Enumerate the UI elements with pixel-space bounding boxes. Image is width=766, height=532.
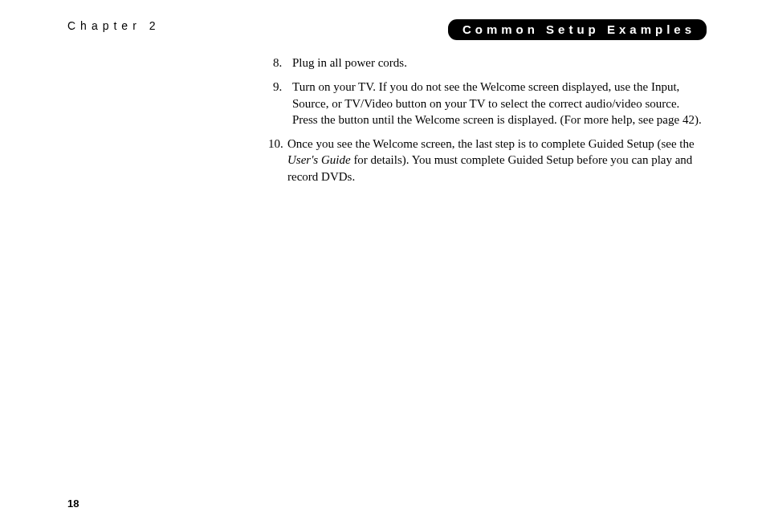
list-item: 9. Turn on your TV. If you do not see th… bbox=[273, 79, 703, 128]
list-number: 8. bbox=[273, 55, 292, 71]
list-text: Once you see the Welcome screen, the las… bbox=[287, 136, 703, 185]
list-item: 8. Plug in all power cords. bbox=[273, 55, 703, 71]
list-number: 10. bbox=[268, 136, 287, 185]
list-text: Turn on your TV. If you do not see the W… bbox=[292, 79, 703, 128]
chapter-label: Chapter 2 bbox=[67, 19, 160, 32]
list-text-pre: Once you see the Welcome screen, the las… bbox=[287, 137, 695, 150]
list-text: Plug in all power cords. bbox=[292, 55, 703, 71]
list-text-italic: User's Guide bbox=[287, 153, 351, 166]
page-header: Chapter 2 Common Setup Examples bbox=[0, 0, 766, 40]
list-number: 9. bbox=[273, 79, 292, 128]
page-number: 18 bbox=[67, 497, 79, 510]
section-title-pill: Common Setup Examples bbox=[448, 19, 707, 40]
list-item: 10. Once you see the Welcome screen, the… bbox=[273, 136, 703, 185]
instruction-list: 8. Plug in all power cords. 9. Turn on y… bbox=[273, 55, 703, 185]
